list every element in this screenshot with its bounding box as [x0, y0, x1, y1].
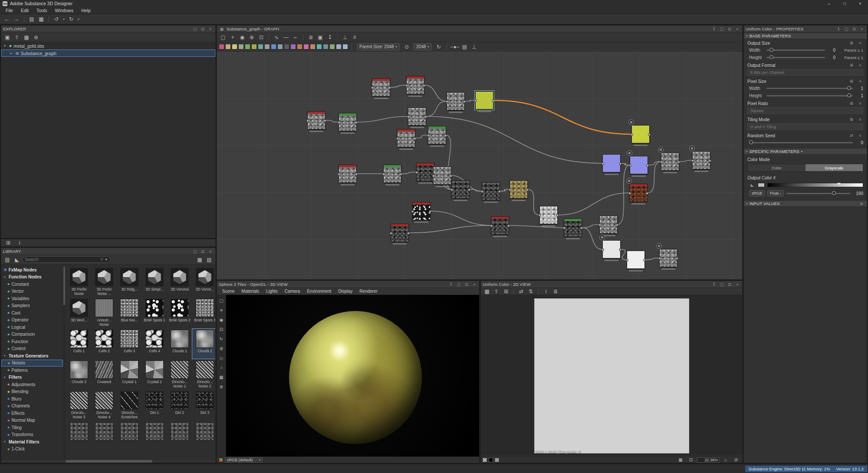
library-item-3d-perlin-noise-[interactable]: 3D Perlin Noise ... [92, 267, 117, 297]
menu-windows[interactable]: Windows [51, 7, 78, 14]
height-value[interactable]: 0 [828, 55, 835, 60]
histogram-icon[interactable]: ≣ [551, 287, 560, 295]
redo-icon[interactable]: ↻ [67, 15, 76, 23]
graph-node[interactable] [599, 215, 618, 236]
graph-wire[interactable] [390, 85, 406, 87]
graph-wire[interactable] [401, 172, 416, 174]
select-icon[interactable]: ▢ [218, 298, 225, 304]
open-file-icon[interactable]: ▤ [27, 15, 36, 23]
library-item[interactable] [66, 421, 92, 451]
library-category-blurs[interactable]: ◆Blurs [1, 395, 63, 403]
srgb-button[interactable]: sRGB [749, 190, 765, 196]
library-category-fxmap-nodes[interactable]: ▦FxMap Nodes [1, 266, 63, 274]
graph-node[interactable] [475, 91, 493, 112]
graph-wire[interactable] [679, 160, 692, 162]
float-icon[interactable]: ▢ [843, 26, 849, 32]
pin-icon[interactable]: ↧ [711, 282, 717, 287]
shuffle-icon[interactable]: ⇄ [848, 133, 855, 138]
link-icon[interactable]: ⊞ [848, 101, 855, 106]
graph-node[interactable] [629, 184, 648, 205]
graph-node[interactable] [406, 76, 424, 97]
snap-grid-icon[interactable]: # [350, 33, 359, 41]
zoom-icon[interactable]: ⊕ [247, 33, 256, 41]
graph-node[interactable] [692, 151, 710, 172]
output-node-badge[interactable] [627, 150, 632, 156]
atomic-node-chip[interactable] [271, 44, 276, 50]
view3d-menu-lights[interactable]: Lights [263, 288, 281, 295]
menu-file[interactable]: File [2, 7, 17, 14]
library-category-normal-map[interactable]: ◆Normal Map [1, 417, 63, 424]
pin-node-icon[interactable]: ↧ [326, 33, 334, 41]
height-mode[interactable]: Parent ± 1 [838, 55, 863, 60]
float-dropdown[interactable]: Float ▾ [767, 190, 784, 196]
new-package-icon[interactable]: ▣ [3, 33, 12, 41]
output-node-badge[interactable] [658, 147, 664, 152]
load-package-icon[interactable]: ⇧ [13, 33, 21, 41]
anchor-icon[interactable]: ⊥ [470, 43, 478, 51]
save-icon[interactable]: ▦ [37, 15, 46, 23]
pin-icon[interactable]: ↧ [711, 26, 717, 32]
pin-icon[interactable]: ↧ [448, 282, 454, 287]
graph-node[interactable] [339, 165, 357, 185]
color-mode-grayscale-button[interactable]: Grayscale [806, 164, 863, 171]
graph-wire[interactable] [426, 101, 447, 116]
library-category-tiling[interactable]: ◆Tiling [1, 424, 63, 431]
float-icon[interactable]: ▢ [192, 26, 198, 32]
library-category-function[interactable]: ◆Function [1, 338, 63, 345]
menu-tools[interactable]: Tools [33, 7, 51, 14]
graph-node[interactable] [630, 156, 648, 177]
width-value[interactable]: 0 [828, 48, 835, 53]
save-all-icon[interactable]: ▦ [22, 33, 31, 41]
atomic-node-chip[interactable] [225, 44, 231, 50]
library-item-clouds-1[interactable]: Clouds 1 [167, 329, 192, 359]
atomic-node-chip[interactable] [219, 44, 224, 50]
library-category-filters[interactable]: ▾Filters [1, 374, 63, 381]
graph-node[interactable] [416, 163, 434, 184]
graph-wire[interactable] [558, 193, 629, 215]
library-category-function-nodes[interactable]: ▾Function Nodes [1, 274, 63, 281]
library-category-constant[interactable]: ◆Constant [1, 281, 63, 288]
random-seed-slider[interactable] [749, 142, 853, 143]
width-mode[interactable]: Parent ± 1 [838, 48, 863, 53]
pin-icon[interactable]: ↧ [835, 26, 842, 32]
pixel-width-value[interactable]: 1 [855, 86, 863, 91]
library-horizontal-scrollbar[interactable] [66, 460, 152, 463]
close-button[interactable]: × [852, 0, 868, 7]
output-node-badge[interactable] [689, 146, 695, 151]
atomic-node-chip[interactable] [264, 44, 270, 50]
menu-icon[interactable]: ≡ [857, 63, 863, 68]
menu-help[interactable]: Help [77, 7, 95, 14]
link-icon[interactable]: ⊞ [848, 117, 855, 122]
output-node-badge[interactable] [656, 243, 662, 249]
link-curve-icon[interactable]: ∿ [272, 33, 281, 41]
graph-wire[interactable] [500, 189, 510, 191]
atomic-node-chip[interactable] [329, 44, 335, 50]
profile-icon[interactable]: ⊥ [341, 33, 349, 41]
edit-icon[interactable]: ◣ [13, 255, 21, 264]
tree-item-metal-gold-sbs[interactable]: ▾◆metal_gold.sbs [1, 42, 215, 50]
redo-caret-icon[interactable]: ▾ [76, 15, 81, 23]
gray-background-swatch[interactable] [495, 458, 499, 462]
library-item-directio-scratches[interactable]: Directio... Scratches [117, 390, 142, 420]
search-input[interactable] [25, 257, 99, 262]
library-item-creased[interactable]: Creased [92, 360, 117, 390]
view3d-menu-camera[interactable]: Camera [281, 288, 304, 295]
float-icon[interactable]: ▢ [719, 282, 725, 287]
menu-icon[interactable]: ≡ [857, 117, 863, 122]
layers-icon[interactable]: ⊞ [4, 239, 13, 247]
library-item-dirt-3[interactable]: Dirt 3 [192, 390, 215, 420]
filter-view-icon[interactable]: ▤ [3, 255, 12, 264]
graph-wire-highlighted[interactable] [493, 100, 631, 134]
atomic-node-chip[interactable] [245, 44, 250, 50]
view3d-menu-scene[interactable]: Scene [219, 288, 238, 295]
atomic-node-chip[interactable] [284, 44, 289, 50]
graph-node[interactable] [659, 249, 677, 270]
library-item-bnw-spots-1[interactable]: BnW Spots 1 [142, 298, 167, 328]
library-item-clouds-2[interactable]: Clouds 2 [192, 329, 215, 359]
library-item-3d-simpl-[interactable]: 3D Simpl... [142, 267, 167, 297]
build-icon[interactable]: ⊛ [32, 33, 40, 41]
atomic-node-chip[interactable] [316, 44, 322, 50]
light-icon[interactable]: ☀ [218, 307, 225, 314]
rotate-icon[interactable]: ↻ [218, 336, 225, 342]
link-square-icon[interactable]: ⌐ [291, 33, 300, 41]
